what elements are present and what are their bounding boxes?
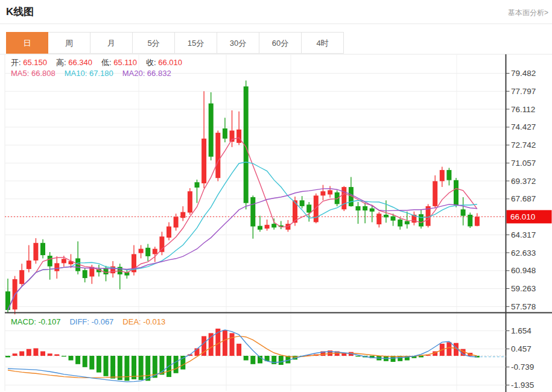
candle-body	[40, 243, 45, 255]
candle-body	[356, 206, 361, 210]
candle-body	[440, 170, 445, 182]
y-axis-label: 60.948	[511, 266, 536, 275]
candle-body	[271, 224, 276, 227]
candle-body	[446, 170, 451, 180]
candle-body	[27, 261, 31, 269]
last-price-badge-text: 66.010	[510, 212, 535, 221]
macd-hist-bar	[48, 353, 52, 356]
ohlc-readout: 开: 65.150高: 66.340低: 65.110收: 66.010	[11, 57, 191, 68]
candle-body	[300, 200, 305, 206]
tab-15分[interactable]: 15分	[175, 32, 217, 54]
ma10-line	[8, 162, 477, 310]
y-axis-label: 76.112	[511, 105, 535, 114]
macd-hist-bar	[145, 356, 150, 381]
tab-月[interactable]: 月	[90, 32, 133, 54]
macd-hist-bar	[132, 356, 136, 379]
ohlc-item-1: 高: 66.340	[56, 58, 92, 67]
y-axis-label: 67.687	[511, 194, 536, 203]
candle-body	[174, 217, 179, 228]
macd-hist-bar	[118, 356, 122, 380]
candle-body	[265, 225, 270, 229]
candle-body	[188, 191, 192, 212]
macd-hist-bar	[356, 356, 361, 356]
macd-hist-bar	[244, 356, 249, 361]
candle-body	[306, 204, 311, 212]
candle-body	[159, 236, 164, 252]
macd-hist-bar	[89, 356, 94, 370]
y-axis-label: 62.633	[511, 248, 536, 258]
candle-body	[341, 187, 346, 209]
ma-item-1: MA10: 67.180	[65, 69, 113, 78]
tab-周[interactable]: 周	[48, 32, 90, 54]
candle-body	[335, 192, 340, 204]
candle-body	[398, 220, 402, 227]
y-axis-label: 69.372	[511, 177, 536, 186]
candle-body	[167, 227, 171, 238]
candle-body	[363, 206, 367, 210]
candle-body	[370, 209, 375, 212]
candle-body	[461, 209, 466, 216]
candle-body	[19, 270, 24, 284]
macd-item-0: MACD: -0.107	[11, 317, 60, 326]
y-axis-label: 74.427	[511, 122, 536, 131]
candle-body	[48, 256, 52, 267]
macd-hist-bar	[27, 349, 31, 356]
candle-body	[62, 259, 66, 263]
tab-60分[interactable]: 60分	[259, 32, 302, 54]
candle-body	[433, 181, 437, 206]
macd-axis-label: 0.457	[511, 344, 531, 353]
ohlc-item-0: 开: 65.150	[11, 58, 47, 67]
macd-hist-bar	[83, 356, 87, 367]
candle-body	[468, 215, 472, 226]
macd-hist-bar	[104, 356, 109, 376]
candles-layer	[5, 81, 480, 315]
macd-item-1: DIFF: -0.067	[69, 317, 113, 326]
period-tab-bar: 日周月5分15分30分60分4时	[6, 32, 344, 54]
candle-body	[258, 226, 262, 230]
macd-item-2: DEA: -0.013	[122, 317, 165, 326]
tab-30分[interactable]: 30分	[217, 32, 259, 54]
macd-hist-bar	[110, 356, 115, 379]
y-axis-label: 71.057	[511, 159, 536, 168]
candle-body	[54, 263, 59, 271]
candle-body	[33, 243, 38, 261]
macd-hist-bar	[230, 333, 235, 356]
macd-hist-bar	[250, 356, 255, 364]
ma-item-2: MA20: 66.832	[122, 69, 171, 78]
macd-axis-label: -1.935	[511, 381, 534, 390]
macd-hist-bar	[236, 344, 241, 356]
candle-body	[320, 191, 325, 195]
ma-item-0: MA5: 66.808	[11, 69, 56, 78]
ohlc-item-3: 收: 66.010	[146, 58, 182, 67]
candle-body	[139, 249, 144, 253]
candle-body	[209, 104, 214, 157]
y-axis-label: 77.797	[511, 87, 536, 96]
ma-readout: MA5: 66.808MA10: 67.180MA20: 66.832	[11, 69, 180, 78]
candle-body	[201, 139, 206, 183]
candle-body	[145, 248, 150, 256]
tab-5分[interactable]: 5分	[133, 32, 175, 54]
candle-body	[475, 217, 480, 226]
tab-日[interactable]: 日	[6, 32, 48, 54]
macd-hist-bar	[174, 356, 179, 373]
macd-hist-bar	[75, 356, 80, 364]
candle-body	[454, 180, 458, 206]
candle-body	[328, 190, 332, 194]
macd-hist-bar	[40, 352, 45, 356]
candle-body	[153, 249, 157, 254]
macd-hist-bar	[446, 342, 451, 356]
ohlc-item-2: 低: 65.110	[101, 58, 137, 67]
candle-body	[391, 217, 396, 221]
y-axis-label: 72.742	[511, 141, 536, 150]
macd-hist-bar	[97, 356, 101, 373]
macd-hist-bar	[54, 355, 59, 356]
candle-body	[376, 213, 381, 224]
tab-4时[interactable]: 4时	[302, 32, 344, 54]
macd-hist-bar	[69, 356, 74, 361]
candle-body	[405, 221, 410, 224]
macd-hist-bar	[62, 356, 66, 356]
macd-hist-bar	[223, 330, 227, 356]
candle-body	[180, 212, 185, 218]
candle-body	[250, 197, 255, 227]
candle-body	[384, 215, 389, 217]
